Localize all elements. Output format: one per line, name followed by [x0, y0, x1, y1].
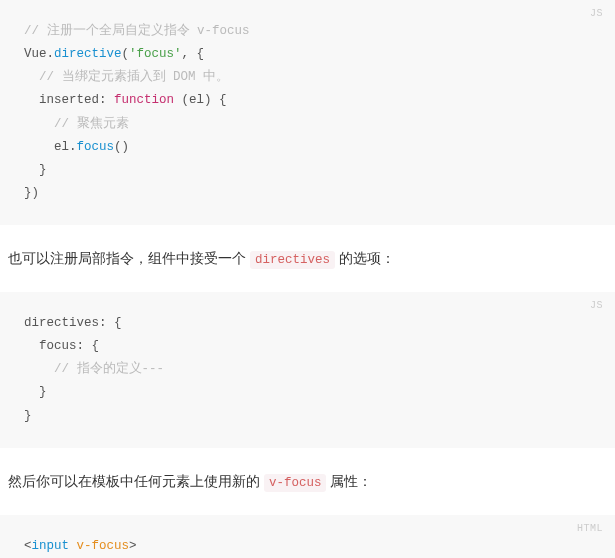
paragraph-2: 然后你可以在模板中任何元素上使用新的 v-focus 属性：	[0, 448, 615, 515]
code-lang-label: HTML	[577, 523, 603, 534]
para-text: 也可以注册局部指令，组件中接受一个	[8, 250, 250, 266]
inline-code-directives: directives	[250, 251, 335, 269]
code-content-2: directives: { focus: { // 指令的定义--- }}	[24, 312, 591, 428]
code-block-2: JS directives: { focus: { // 指令的定义--- }}	[0, 292, 615, 448]
code-content-1: // 注册一个全局自定义指令 v-focusVue.directive('foc…	[24, 20, 591, 205]
code-content-3: <input v-focus>	[24, 535, 591, 558]
inline-code-vfocus: v-focus	[264, 474, 327, 492]
para-text: 然后你可以在模板中任何元素上使用新的	[8, 473, 264, 489]
code-lang-label: JS	[590, 300, 603, 311]
code-lang-label: JS	[590, 8, 603, 19]
para-text: 的选项：	[335, 250, 395, 266]
para-text: 属性：	[326, 473, 372, 489]
code-block-3: HTML <input v-focus>	[0, 515, 615, 558]
code-block-1: JS // 注册一个全局自定义指令 v-focusVue.directive('…	[0, 0, 615, 225]
paragraph-1: 也可以注册局部指令，组件中接受一个 directives 的选项：	[0, 225, 615, 292]
